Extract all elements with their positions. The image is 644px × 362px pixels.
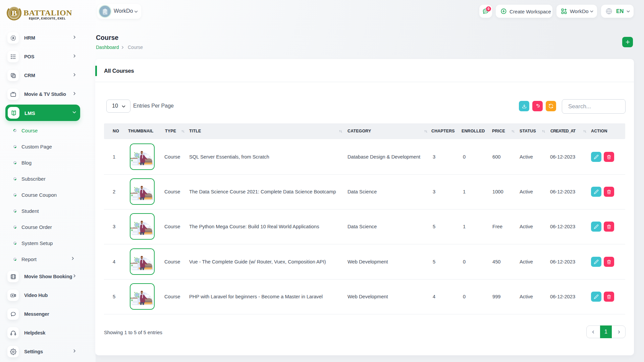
svg-text:EQUIP,EXECUTE,EXEL: EQUIP,EXECUTE,EXEL (29, 17, 66, 20)
svg-text:B: B (11, 9, 17, 17)
svg-text:BATTALION: BATTALION (23, 8, 72, 17)
